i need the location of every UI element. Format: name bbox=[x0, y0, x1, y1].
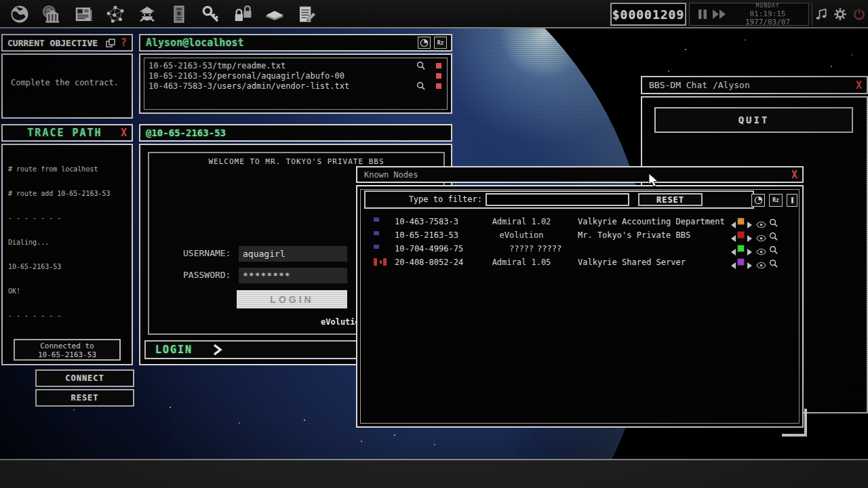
key-icon[interactable] bbox=[201, 3, 221, 26]
node-address: 10-463-7583-3 bbox=[395, 217, 458, 226]
money-display: $00001209 bbox=[610, 3, 686, 26]
system-tray bbox=[812, 3, 868, 26]
node-address: 10-65-2163-53 bbox=[395, 230, 458, 240]
objective-titlebar[interactable]: CURRENT OBJECTIVE ? bbox=[1, 34, 133, 52]
reset-trace-button[interactable]: RESET bbox=[35, 389, 134, 407]
newspaper-icon[interactable] bbox=[73, 3, 94, 26]
node-address: 10-704-4996-75 bbox=[395, 244, 463, 253]
objective-body: Complete the contract. bbox=[1, 54, 133, 119]
file-row[interactable]: 10-463-7583-3/users/admin/vendor-list.tx… bbox=[144, 81, 447, 91]
close-icon[interactable]: X bbox=[787, 169, 802, 181]
trace-title: TRACE PATH bbox=[14, 127, 116, 139]
filter-input[interactable] bbox=[486, 193, 629, 206]
search-file-icon[interactable] bbox=[416, 81, 425, 90]
id-card-icon[interactable] bbox=[169, 3, 189, 26]
chat-titlebar[interactable]: BBS-DM Chat /Alyson X bbox=[641, 76, 868, 94]
color-prev-arrow[interactable] bbox=[731, 259, 736, 272]
file-path: 10-463-7583-3/users/admin/vendor-list.tx… bbox=[149, 81, 416, 91]
file-list: 10-65-2163-53/tmp/readme.txt 10-65-2163-… bbox=[144, 58, 448, 110]
quit-button[interactable]: QUIT bbox=[654, 107, 853, 133]
reset-filter-button[interactable]: RESET bbox=[638, 193, 703, 206]
time-controls: MONDAY 01:19:15 1977/03/07 bbox=[689, 3, 809, 26]
notes-icon[interactable] bbox=[296, 3, 317, 26]
node-os: Admiral 1.05 bbox=[479, 258, 564, 267]
bbs-welcome-text: WELCOME TO MR. TOKYO'S PRIVATE BBS bbox=[149, 157, 443, 166]
eye-icon[interactable] bbox=[756, 259, 766, 272]
node-row[interactable]: 10-704-4996-75 ????? ????? bbox=[361, 242, 801, 256]
trace-log: # route from localhost # route add 10-65… bbox=[3, 145, 132, 340]
files-titlebar[interactable]: Alyson@localhost Rz bbox=[139, 34, 452, 52]
pin-button[interactable] bbox=[787, 194, 797, 207]
search-file-icon[interactable] bbox=[416, 61, 425, 70]
world-icon[interactable] bbox=[9, 3, 30, 26]
chat-title: BBS-DM Chat /Alyson bbox=[642, 80, 750, 90]
trace-titlebar[interactable]: TRACE PATH X bbox=[1, 124, 133, 142]
bank-icon[interactable] bbox=[41, 3, 62, 26]
close-icon[interactable]: X bbox=[116, 127, 132, 139]
spy-icon[interactable] bbox=[137, 3, 157, 26]
close-icon[interactable]: X bbox=[851, 79, 867, 92]
game-clock: MONDAY 01:19:15 1977/03/07 bbox=[727, 3, 808, 26]
fast-forward-button[interactable] bbox=[712, 9, 727, 20]
trace-window: TRACE PATH X # route from localhost # ro… bbox=[0, 124, 134, 366]
settings-gear-icon[interactable] bbox=[833, 7, 847, 21]
resize-button[interactable]: Rz bbox=[434, 37, 447, 49]
power-icon[interactable] bbox=[852, 7, 866, 21]
search-node-icon[interactable] bbox=[769, 258, 778, 270]
locks-icon[interactable] bbox=[233, 3, 253, 26]
restore-window-icon[interactable] bbox=[106, 39, 115, 47]
files-title: Alyson@localhost bbox=[140, 37, 244, 49]
help-button[interactable]: ? bbox=[115, 37, 132, 49]
color-next-arrow[interactable] bbox=[747, 259, 752, 272]
password-label: PASSWORD: bbox=[183, 270, 231, 280]
chevron-right-icon bbox=[213, 344, 222, 356]
delete-file-button[interactable] bbox=[436, 63, 441, 68]
clock-date: 1977/03/07 bbox=[727, 18, 808, 26]
delete-file-button[interactable] bbox=[436, 73, 441, 79]
bbs-titlebar[interactable]: @10-65-2163-53 bbox=[139, 124, 452, 142]
clock-time: 01:19:15 bbox=[727, 10, 808, 18]
node-color-swatch[interactable] bbox=[737, 245, 745, 252]
pin-icon bbox=[791, 197, 793, 203]
node-name: ????? bbox=[537, 244, 561, 253]
history-clock-button[interactable] bbox=[418, 37, 431, 49]
node-color-swatch[interactable] bbox=[737, 231, 745, 239]
files-window: Alyson@localhost Rz 10-65-2163-53/tmp/re… bbox=[139, 34, 452, 115]
node-row[interactable]: 10-463-7583-3 Admiral 1.02 Valkyrie Acco… bbox=[361, 215, 801, 228]
delete-file-button[interactable] bbox=[436, 83, 441, 89]
files-body: 10-65-2163-53/tmp/readme.txt 10-65-2163-… bbox=[139, 54, 452, 114]
node-color-swatch[interactable] bbox=[737, 218, 745, 225]
node-color-swatch[interactable] bbox=[737, 258, 745, 266]
filter-label: Type to filter: bbox=[366, 195, 482, 204]
file-row[interactable]: 10-65-2163-53/personal/aquagirl/abufo-00 bbox=[144, 70, 447, 81]
file-path: 10-65-2163-53/tmp/readme.txt bbox=[149, 61, 416, 70]
password-field[interactable] bbox=[239, 268, 347, 283]
node-name: Valkyrie Shared Server bbox=[578, 258, 686, 267]
clock-day: MONDAY bbox=[727, 3, 808, 9]
pause-button[interactable] bbox=[698, 9, 707, 20]
music-icon[interactable] bbox=[814, 7, 828, 21]
file-row[interactable]: 10-65-2163-53/tmp/readme.txt bbox=[144, 60, 447, 70]
node-name: Valkyrie Accounting Department bbox=[578, 217, 725, 226]
resize-handle[interactable] bbox=[782, 434, 807, 436]
known-nodes-titlebar[interactable]: Known Nodes X bbox=[356, 166, 804, 183]
connection-status: Connected to 10-65-2163-53 bbox=[14, 339, 121, 361]
username-label: USERNAME: bbox=[183, 248, 231, 258]
network-map-icon[interactable] bbox=[105, 3, 125, 26]
bbs-title: @10-65-2163-53 bbox=[140, 127, 226, 138]
history-clock-button[interactable] bbox=[751, 194, 765, 207]
laptop-icon[interactable] bbox=[264, 3, 285, 26]
resize-handle[interactable] bbox=[804, 409, 807, 436]
node-row[interactable]: 20-408-8052-24 Admiral 1.05 Valkyrie Sha… bbox=[361, 256, 801, 269]
bottom-bar bbox=[0, 459, 868, 488]
sort-button[interactable]: Rz bbox=[769, 194, 783, 207]
username-field[interactable] bbox=[239, 246, 347, 262]
known-nodes-title: Known Nodes bbox=[357, 170, 418, 180]
known-nodes-body: Type to filter: RESET Rz 10-463-7583-3 A… bbox=[356, 185, 804, 428]
login-button[interactable]: LOGIN bbox=[237, 290, 347, 308]
objective-window: CURRENT OBJECTIVE ? Complete the contrac… bbox=[0, 34, 134, 119]
connect-button[interactable]: CONNECT bbox=[35, 369, 134, 387]
node-name: Mr. Tokyo's Private BBS bbox=[578, 230, 690, 240]
node-row[interactable]: 10-65-2163-53 eVolution Mr. Tokyo's Priv… bbox=[361, 228, 801, 242]
game-screen: $00001209 MONDAY 01:19:15 1977/03/07 CUR… bbox=[0, 0, 868, 488]
